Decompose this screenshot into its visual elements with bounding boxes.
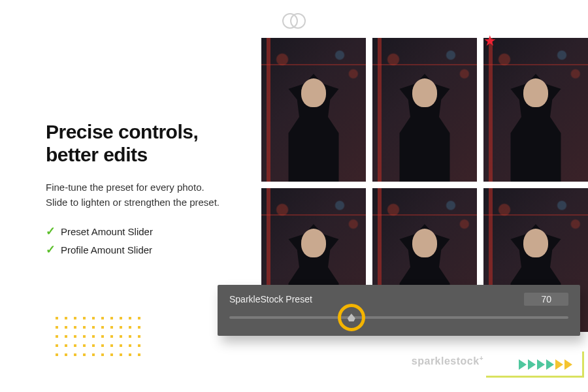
slider-label: SparkleStock Preset (229, 294, 312, 304)
headline-line-1: Precise controls, (46, 121, 198, 142)
highlight-ring-icon (338, 304, 365, 331)
slider-value: 70 (524, 293, 568, 306)
slider-track[interactable] (229, 316, 568, 319)
star-icon: ★ (483, 33, 497, 50)
preview-thumbnail (483, 38, 588, 182)
slider-knob-icon (348, 314, 355, 321)
headline-line-2: better edits (46, 144, 148, 165)
preview-thumbnail (261, 38, 366, 182)
triangle-icon (546, 359, 554, 370)
overlap-circles-logo (280, 12, 308, 33)
watermark-text: sparklestock (412, 355, 480, 367)
dot-pattern-decoration (52, 314, 144, 359)
watermark-mark: + (480, 355, 483, 362)
arrow-row-decoration (519, 359, 572, 370)
check-icon: ✓ (46, 224, 56, 238)
feature-item: ✓ Preset Amount Slider (46, 224, 229, 238)
copy-block: Precise controls, better edits Fine-tune… (46, 121, 229, 261)
triangle-icon (537, 359, 545, 370)
triangle-icon (555, 359, 563, 370)
triangle-icon (564, 359, 572, 370)
preview-thumbnail (372, 38, 477, 182)
feature-label: Preset Amount Slider (61, 226, 153, 237)
preset-slider-panel: SparkleStock Preset 70 (218, 285, 580, 336)
brand-watermark: sparklestock+ (412, 355, 483, 367)
feature-list: ✓ Preset Amount Slider ✓ Profile Amount … (46, 224, 229, 257)
feature-label: Profile Amount Slider (61, 244, 152, 255)
subheading: Fine-tune the preset for every photo. Sl… (46, 180, 229, 210)
headline: Precise controls, better edits (46, 121, 229, 166)
feature-item: ✓ Profile Amount Slider (46, 242, 229, 257)
triangle-icon (528, 359, 536, 370)
check-icon: ✓ (46, 242, 56, 257)
slider-handle[interactable] (338, 304, 365, 331)
triangle-icon (519, 359, 527, 370)
